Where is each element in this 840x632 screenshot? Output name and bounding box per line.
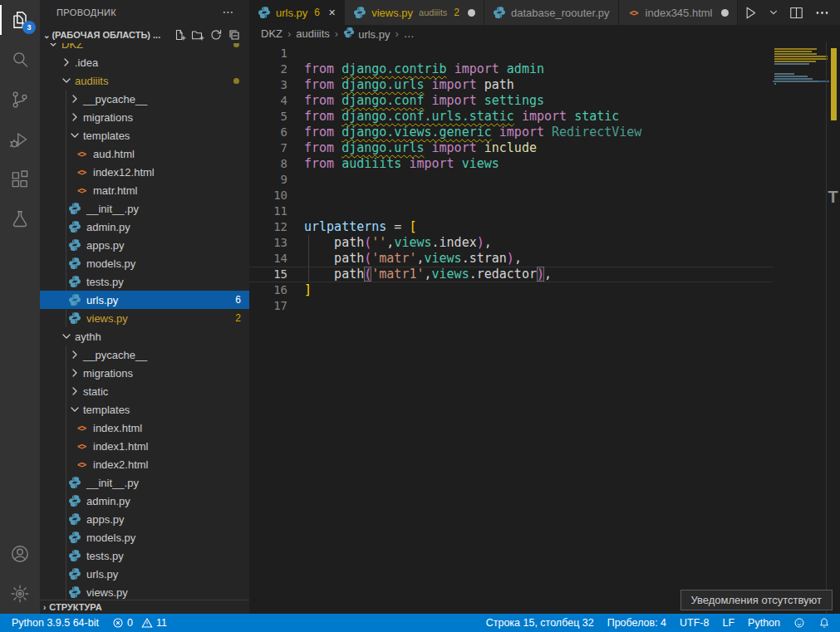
code-line-9[interactable]: 9 (249, 172, 773, 188)
cursor-position-status[interactable]: Строка 15, столбец 32 (479, 614, 601, 632)
activity-item-account[interactable] (0, 534, 40, 574)
minimap-line (774, 48, 817, 50)
dirty-dot-icon[interactable] (468, 9, 475, 17)
activity-item-run-debug[interactable] (0, 120, 40, 159)
tree-folder-aythh[interactable]: aythh (40, 327, 249, 345)
code-line-4[interactable]: 4from django.conf import settings (249, 93, 773, 109)
tree-folder-audiiits[interactable]: audiiits (40, 71, 249, 90)
tree-folder-migrations[interactable]: migrations (40, 364, 249, 382)
code-line-17[interactable]: 17 (249, 298, 773, 314)
code-line-12[interactable]: 12urlpatterns = [ (249, 219, 773, 235)
tree-file-tests.py[interactable]: tests.py (40, 546, 249, 565)
account-icon (9, 543, 31, 565)
new-folder-icon[interactable] (191, 28, 204, 42)
tree-folder-templates[interactable]: templates (40, 126, 249, 145)
breadcrumb-item-audiiits[interactable]: audiiits (296, 27, 329, 40)
breadcrumb-item-DKZ[interactable]: DKZ (261, 27, 282, 40)
activity-item-testing[interactable] (0, 199, 40, 239)
line-number: 16 (249, 282, 304, 298)
tree-file-models.py[interactable]: models.py (40, 254, 249, 272)
code-line-13[interactable]: 13 path('',views.index), (249, 235, 773, 251)
tree-file-views.py[interactable]: views.py (40, 583, 249, 601)
close-icon[interactable]: ✕ (328, 7, 336, 18)
tree-file-urls.py[interactable]: urls.py6 (40, 291, 249, 309)
tree-item-label: index2.html (93, 458, 148, 471)
tree-file-__init__.py[interactable]: __init__.py (40, 473, 249, 492)
code-line-11[interactable]: 11 (249, 203, 773, 219)
indentation-status[interactable]: Пробелов: 4 (601, 614, 673, 632)
tree-folder-__pycache__[interactable]: __pycache__ (40, 90, 249, 108)
explorer-badge: 3 (22, 21, 36, 34)
notifications-bell-icon[interactable] (812, 614, 837, 632)
minimap-line (774, 76, 808, 77)
dirty-dot-icon[interactable] (721, 9, 729, 17)
outline-section-header[interactable]: › СТРУКТУРА (40, 600, 249, 614)
tree-file-index1.html[interactable]: <>index1.html (40, 437, 249, 455)
feedback-icon[interactable] (787, 614, 812, 632)
breadcrumb-item-urls.py[interactable]: urls.py (343, 27, 390, 41)
new-file-icon[interactable] (173, 28, 186, 42)
tree-file-index12.html[interactable]: <>index12.html (40, 163, 249, 181)
breadcrumb: DKZ›audiiits›urls.py›… (249, 25, 840, 42)
activity-item-explorer[interactable]: 3 (0, 0, 40, 40)
tree-file-models.py[interactable]: models.py (40, 528, 249, 546)
tab-index345.html[interactable]: <>index345.html (619, 0, 738, 25)
breadcrumb-tail[interactable]: … (404, 27, 415, 40)
tab-database_roouter.py[interactable]: database_roouter.py (484, 0, 619, 25)
language-mode-status[interactable]: Python (741, 614, 787, 632)
code-line-8[interactable]: 8from audiiits import views (249, 156, 773, 172)
code-line-15[interactable]: 15 path('matr1',views.redactor), (249, 267, 773, 282)
tree-file-apps.py[interactable]: apps.py (40, 236, 249, 254)
minimap[interactable] (773, 46, 829, 594)
tree-file-urls.py[interactable]: urls.py (40, 565, 249, 583)
run-debug-icon (9, 129, 31, 150)
activity-item-source-control[interactable] (0, 80, 40, 120)
code-line-16[interactable]: 16] (249, 282, 773, 298)
code-line-3[interactable]: 3from django.urls import path (249, 77, 773, 93)
chevron-down-icon[interactable] (769, 7, 779, 17)
tab-views.py[interactable]: views.pyaudiiits2 (345, 0, 484, 25)
tree-folder-.idea[interactable]: .idea (40, 53, 249, 71)
code-line-10[interactable]: 10 (249, 188, 773, 203)
tree-file-tests.py[interactable]: tests.py (40, 272, 249, 291)
python-icon (68, 494, 81, 507)
tree-file-admin.py[interactable]: admin.py (40, 492, 249, 510)
tree-folder-migrations[interactable]: migrations (40, 108, 249, 126)
minimap-line (774, 63, 809, 65)
code-line-14[interactable]: 14 path('matr',views.stran), (249, 251, 773, 267)
refresh-icon[interactable] (209, 28, 223, 42)
tree-file-admin.py[interactable]: admin.py (40, 218, 249, 236)
activity-item-settings[interactable] (0, 574, 40, 614)
more-actions-icon[interactable]: ⋯ (223, 7, 234, 27)
code-line-7[interactable]: 7from django.urls import include (249, 140, 773, 156)
tree-file-index2.html[interactable]: <>index2.html (40, 455, 249, 473)
collapse-all-icon[interactable] (228, 28, 241, 42)
encoding-status[interactable]: UTF-8 (673, 614, 715, 632)
eol-status[interactable]: LF (715, 614, 741, 632)
code-line-2[interactable]: 2from django.contrib import admin (249, 61, 773, 77)
tree-file-index.html[interactable]: <>index.html (40, 419, 249, 437)
tree-file-matr.html[interactable]: <>matr.html (40, 181, 249, 199)
code-line-1[interactable]: 1 (249, 46, 773, 61)
workspace-section-header[interactable]: ⌄ (РАБОЧАЯ ОБЛАСТЬ) ... (40, 27, 249, 43)
problems-status[interactable]: 0 11 (106, 614, 174, 632)
tree-folder-static[interactable]: static (40, 382, 249, 400)
activity-item-extensions[interactable] (0, 159, 40, 199)
activity-item-search[interactable] (0, 40, 40, 80)
overview-ruler[interactable] (826, 42, 840, 614)
tree-file-views.py[interactable]: views.py2 (40, 309, 249, 327)
run-icon[interactable] (743, 5, 759, 21)
code-editor[interactable]: 12from django.contrib import admin3from … (249, 42, 840, 614)
code-line-6[interactable]: 6from django.views.generic import Redire… (249, 125, 773, 140)
python-interpreter-status[interactable]: Python 3.9.5 64-bit (5, 614, 106, 632)
tree-folder-__pycache__[interactable]: __pycache__ (40, 345, 249, 364)
tree-file-apps.py[interactable]: apps.py (40, 510, 249, 528)
minimap-line (774, 83, 776, 85)
more-icon[interactable] (814, 5, 830, 21)
tree-file-aud.html[interactable]: <>aud.html (40, 145, 249, 163)
code-line-5[interactable]: 5from django.conf.urls.static import sta… (249, 109, 773, 125)
tree-file-__init__.py[interactable]: __init__.py (40, 199, 249, 218)
tab-urls.py[interactable]: urls.py6✕ (249, 0, 345, 25)
tree-folder-templates[interactable]: templates (40, 400, 249, 419)
split-editor-icon[interactable] (788, 5, 804, 21)
